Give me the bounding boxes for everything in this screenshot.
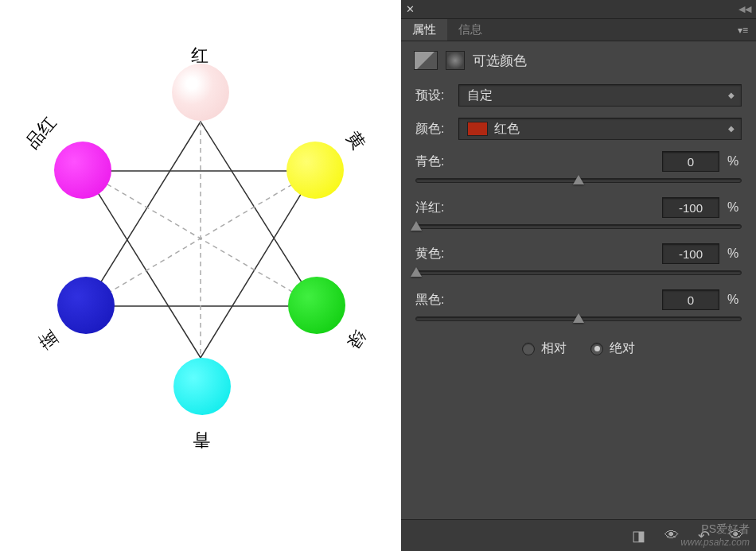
magenta-label: 洋红: xyxy=(415,200,662,216)
cyan-value[interactable]: 0 xyxy=(662,151,719,172)
svg-line-4 xyxy=(86,171,315,306)
circle-blue xyxy=(57,277,115,334)
svg-marker-0 xyxy=(86,122,317,306)
tab-info[interactable]: 信息 xyxy=(447,19,493,41)
color-value: 红色 xyxy=(494,121,520,138)
color-dropdown[interactable]: 红色 ◆ xyxy=(458,118,742,140)
panel-menu-icon[interactable]: ▾≡ xyxy=(738,25,748,36)
radio-absolute-circle xyxy=(590,343,603,355)
collapse-icon[interactable]: ◀◀ xyxy=(738,4,751,14)
tab-properties[interactable]: 属性 xyxy=(401,19,447,41)
radio-absolute[interactable]: 绝对 xyxy=(590,340,635,357)
circle-green xyxy=(288,277,345,334)
cyan-thumb[interactable] xyxy=(573,175,584,184)
circle-magenta xyxy=(54,142,111,199)
magenta-unit: % xyxy=(727,200,742,215)
cyan-unit: % xyxy=(727,154,742,169)
black-thumb[interactable] xyxy=(573,313,584,323)
yellow-label: 黄色: xyxy=(415,246,662,262)
black-unit: % xyxy=(727,293,742,307)
watermark-cn: PS爱好者 xyxy=(701,522,750,537)
properties-panel: ✕ ◀◀ 属性 信息 ▾≡ 可选颜色 预设: 自定 ◆ 颜色: xyxy=(401,0,756,551)
circle-red xyxy=(172,64,229,121)
close-icon[interactable]: ✕ xyxy=(406,3,415,15)
black-slider[interactable] xyxy=(415,316,742,321)
black-value[interactable]: 0 xyxy=(662,289,719,310)
svg-marker-1 xyxy=(84,171,315,358)
selective-color-icon xyxy=(446,51,465,70)
chevron-updown-icon: ◆ xyxy=(728,91,735,99)
label-cyan: 青 xyxy=(193,428,210,452)
clip-icon[interactable]: ◨ xyxy=(632,527,645,545)
color-wheel-diagram: 红 黄 绿 青 蓝 品红 xyxy=(0,0,401,551)
circle-yellow xyxy=(286,142,344,199)
yellow-thumb[interactable] xyxy=(411,267,422,277)
color-label: 颜色: xyxy=(415,121,449,138)
black-label: 黑色: xyxy=(415,292,662,308)
preset-label: 预设: xyxy=(415,87,449,104)
radio-relative-label: 相对 xyxy=(541,340,567,357)
watermark-url: www.psahz.com xyxy=(680,537,750,548)
preset-value: 自定 xyxy=(467,87,493,104)
radio-relative[interactable]: 相对 xyxy=(522,340,567,357)
yellow-unit: % xyxy=(727,246,742,261)
adjustment-icon xyxy=(414,51,438,70)
preset-dropdown[interactable]: 自定 ◆ xyxy=(458,84,742,107)
label-red: 红 xyxy=(191,44,208,68)
magenta-value[interactable]: -100 xyxy=(662,197,719,218)
magenta-thumb[interactable] xyxy=(411,221,422,231)
adjustment-title: 可选颜色 xyxy=(473,52,527,70)
visibility-icon[interactable]: 👁 xyxy=(664,527,679,544)
radio-relative-circle xyxy=(522,343,535,355)
circle-cyan xyxy=(173,358,231,415)
radio-absolute-label: 绝对 xyxy=(610,340,635,357)
cyan-label: 青色: xyxy=(415,153,662,170)
chevron-updown-icon: ◆ xyxy=(728,125,735,133)
yellow-slider[interactable] xyxy=(415,270,742,275)
color-swatch xyxy=(467,122,488,136)
yellow-value[interactable]: -100 xyxy=(662,243,719,264)
magenta-slider[interactable] xyxy=(415,224,742,229)
cyan-slider[interactable] xyxy=(415,178,742,183)
